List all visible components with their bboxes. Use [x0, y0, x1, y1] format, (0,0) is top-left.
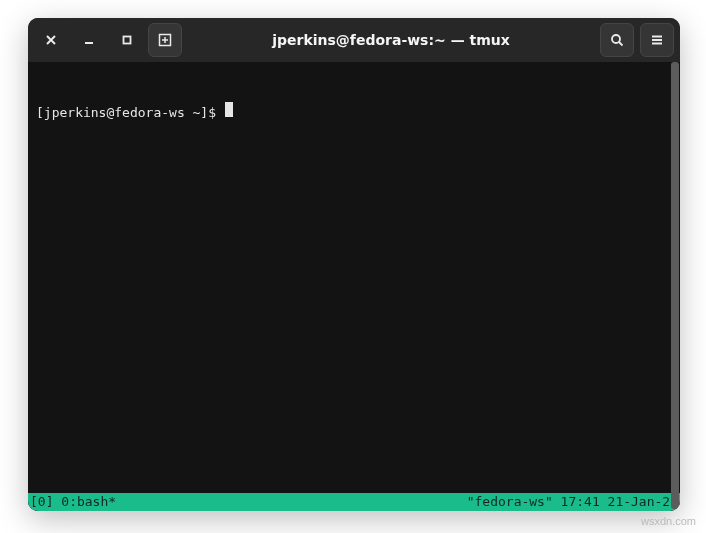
- text-cursor: [225, 102, 233, 117]
- tmux-status-right: "fedora-ws" 17:41 21-Jan-21: [467, 493, 678, 511]
- scrollbar-thumb[interactable]: [671, 62, 679, 509]
- search-icon: [610, 33, 624, 47]
- svg-point-7: [612, 35, 620, 43]
- close-button[interactable]: [34, 23, 68, 57]
- scrollbar[interactable]: [670, 62, 680, 509]
- close-icon: [45, 34, 57, 46]
- tmux-status-bar: [0] 0:bash* "fedora-ws" 17:41 21-Jan-21: [28, 493, 680, 511]
- new-tab-icon: [158, 33, 172, 47]
- hamburger-icon: [650, 33, 664, 47]
- minimize-icon: [83, 34, 95, 46]
- tmux-status-left: [0] 0:bash*: [30, 493, 116, 511]
- maximize-button[interactable]: [110, 23, 144, 57]
- terminal-output[interactable]: [jperkins@fedora-ws ~]$: [28, 62, 680, 493]
- minimize-button[interactable]: [72, 23, 106, 57]
- search-button[interactable]: [600, 23, 634, 57]
- terminal-area[interactable]: [jperkins@fedora-ws ~]$ [0] 0:bash* "fed…: [28, 62, 680, 511]
- titlebar: jperkins@fedora-ws:~ — tmux: [28, 18, 680, 62]
- svg-line-8: [619, 42, 623, 46]
- window-title: jperkins@fedora-ws:~ — tmux: [186, 32, 596, 48]
- new-tab-button[interactable]: [148, 23, 182, 57]
- watermark: wsxdn.com: [641, 515, 696, 527]
- shell-prompt: [jperkins@fedora-ws ~]$: [36, 104, 224, 121]
- menu-button[interactable]: [640, 23, 674, 57]
- maximize-icon: [121, 34, 133, 46]
- terminal-window: jperkins@fedora-ws:~ — tmux [jperkins@fe…: [28, 18, 680, 511]
- svg-rect-3: [124, 37, 131, 44]
- prompt-line: [jperkins@fedora-ws ~]$: [36, 102, 672, 121]
